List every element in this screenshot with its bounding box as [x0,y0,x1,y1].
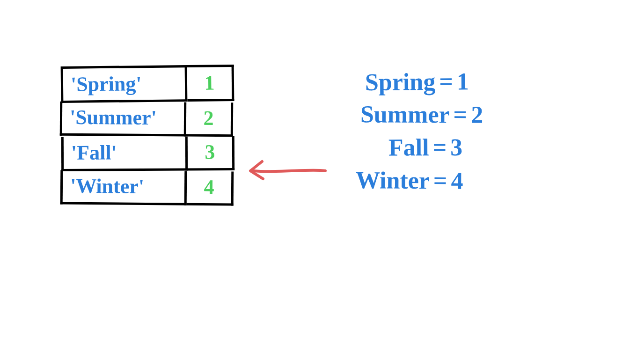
mapping-value: 4 [451,167,463,194]
equals-sign: = [449,101,471,128]
mapping-value: 3 [450,134,462,161]
table-cell-value: 3 [188,136,234,171]
equals-sign: = [430,167,451,194]
table-row: 'Winter' 4 [60,170,234,206]
mapping-value: 1 [457,68,469,95]
table-cell-value: 1 [187,65,234,102]
table-cell-value: 4 [187,171,234,206]
equals-sign: = [429,134,451,161]
mapping-line: Summer=2 [360,98,483,132]
encoding-table: 'Spring' 1 'Summer' 2 'Fall' 3 'Winter' … [61,66,234,205]
mapping-name: Winter [356,167,430,194]
table-cell-key: 'Spring' [61,65,188,103]
mapping-name: Summer [360,101,450,128]
mapping-value: 2 [471,102,483,128]
table-row: 'Fall' 3 [61,136,234,171]
table-row: 'Summer' 2 [60,102,234,137]
mapping-name: Spring [365,68,436,95]
mapping-line: Fall=3 [388,131,512,164]
table-cell-key: 'Fall' [61,136,188,171]
table-cell-key: 'Winter' [60,170,187,206]
mapping-name: Fall [388,134,429,161]
mapping-line: Spring=1 [365,65,488,99]
table-cell-key: 'Summer' [60,102,187,137]
table-cell-value: 2 [186,103,234,137]
mapping-list: Spring=1 Summer=2 Fall=3 Winter=4 [360,66,483,197]
arrow-left-icon [243,154,328,187]
table-row: 'Spring' 1 [61,65,234,103]
diagram-canvas: 'Spring' 1 'Summer' 2 'Fall' 3 'Winter' … [0,0,644,337]
equals-sign: = [435,68,457,95]
mapping-line: Winter=4 [356,164,479,198]
